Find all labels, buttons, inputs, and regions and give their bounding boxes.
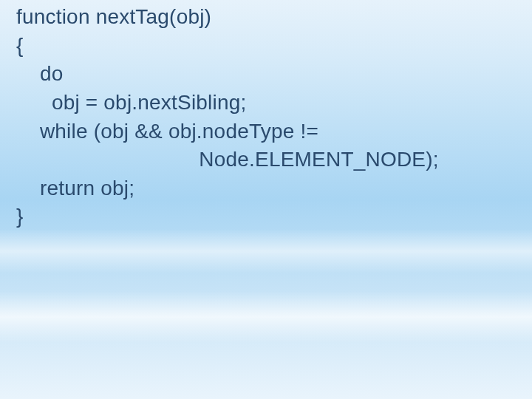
slide-background: function nextTag(obj) { do obj = obj.nex…	[0, 0, 532, 399]
code-line: do	[16, 60, 517, 89]
code-line: {	[16, 32, 517, 61]
code-line: while (obj && obj.nodeType !=	[16, 117, 517, 146]
code-line: function nextTag(obj)	[16, 3, 517, 32]
code-block: function nextTag(obj) { do obj = obj.nex…	[16, 3, 517, 231]
code-line: }	[16, 202, 517, 231]
code-line: return obj;	[16, 174, 517, 203]
code-line: obj = obj.nextSibling;	[16, 89, 517, 117]
code-line: Node.ELEMENT_NODE);	[16, 146, 517, 174]
sheen-band-2	[0, 291, 532, 343]
sheen-band-1	[0, 229, 532, 273]
